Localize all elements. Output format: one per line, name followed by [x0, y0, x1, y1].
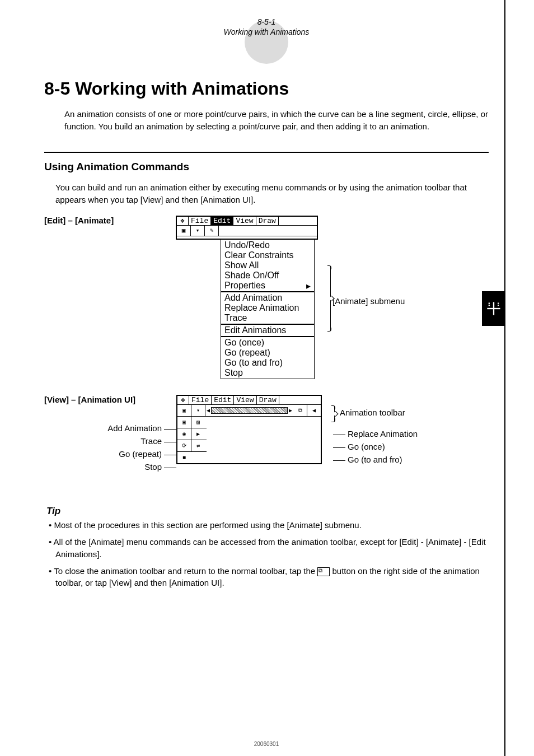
callout-go-repeat: Go (repeat) — [119, 449, 162, 459]
fig2-screenshot: ❖ File Edit View Draw ▣ ▾ ◀▶ ⧉ — [176, 395, 322, 464]
go-repeat-icon[interactable]: ⟳ — [177, 440, 191, 451]
replace-animation-icon[interactable]: ▨ — [191, 417, 205, 428]
callout-stop: Stop — [144, 462, 162, 472]
menu-draw-2[interactable]: Draw — [257, 396, 279, 404]
tip-item-3: To close the animation toolbar and retur… — [48, 565, 489, 590]
calc-logo-icon-2: ❖ — [177, 396, 189, 404]
menu-stop[interactable]: Stop — [223, 368, 312, 378]
tip-item-2: All of the [Animate] menu commands can b… — [48, 536, 489, 561]
fig1-callout-col: [Animate] submenu — [327, 216, 458, 306]
menu-show-all[interactable]: Show All — [223, 260, 312, 270]
arrow-tool-icon[interactable]: ▣ — [177, 226, 191, 236]
trace-icon[interactable]: ◉ — [177, 428, 191, 440]
menu-view-2[interactable]: View — [234, 396, 256, 404]
menu-group-c: Go (once) Go (repeat) Go (to and fro) St… — [221, 337, 315, 379]
menu-group-b: Edit Animations — [221, 324, 315, 337]
tip-list: Most of the procedures in this section a… — [48, 519, 489, 589]
dropdown-tool-icon[interactable]: ▾ — [191, 226, 205, 236]
menu-file-2[interactable]: File — [189, 396, 212, 404]
menu-replace-animation[interactable]: Replace Animation — [223, 303, 312, 313]
menu-edit-2[interactable]: Edit — [212, 396, 234, 404]
anim-toolbar-left-icon[interactable]: ◀ — [307, 405, 321, 416]
section-divider — [44, 152, 489, 153]
header-page-num: 8-5-1 — [29, 17, 504, 27]
page-header: 8-5-1 Working with Animations — [29, 17, 504, 39]
menu-go-once[interactable]: Go (once) — [223, 338, 312, 348]
tip-item-1: Most of the procedures in this section a… — [48, 519, 489, 531]
fig1-screenshot: ❖ File Edit View Draw ▣ ▾ ✎ — [176, 216, 321, 379]
figure-edit-animate: [Edit] – [Animate] ❖ File Edit View Draw… — [44, 216, 489, 379]
footer-date: 20060301 — [29, 741, 504, 747]
figure-animation-ui: [View] – [Animation UI] ❖ File Edit View… — [44, 395, 489, 490]
anim-toolbar-scroll[interactable]: ◀▶ — [205, 405, 293, 416]
section-paragraph: You can build and run an animation eithe… — [55, 181, 489, 206]
section-heading: Using Animation Commands — [44, 161, 489, 173]
menu-view[interactable]: View — [233, 217, 256, 225]
anim-toolbar-dropdown-icon[interactable]: ▾ — [191, 405, 205, 416]
header-subtitle: Working with Animations — [29, 27, 504, 37]
tip-heading: Tip — [46, 506, 489, 517]
menu-go-repeat[interactable]: Go (repeat) — [223, 348, 312, 358]
calc-logo-icon: ❖ — [177, 217, 189, 225]
stop-icon[interactable]: ■ — [177, 452, 191, 463]
menu-group-a: Add Animation Replace Animation Trace — [221, 292, 315, 324]
callout-go-tofro: Go (to and fro) — [348, 455, 402, 464]
callout-replace-animation: Replace Animation — [348, 429, 418, 438]
go-tofro-icon[interactable]: ⇄ — [191, 440, 205, 451]
animation-toolbar: ▣ ▾ ◀▶ ⧉ ◀ — [177, 405, 321, 417]
fig1-left-label: [Edit] – [Animate] — [44, 216, 170, 225]
chapter-thumb-tab — [482, 291, 505, 326]
menu-undo-redo[interactable]: Undo/Redo — [223, 240, 312, 250]
fig2-left-label: [View] – [Animation UI] — [44, 395, 173, 404]
callout-add-animation: Add Animation — [107, 423, 162, 433]
go-once-icon[interactable]: ▶ — [191, 428, 205, 440]
animate-submenu-callout: [Animate] submenu — [332, 270, 458, 306]
menu-edit-animations[interactable]: Edit Animations — [223, 325, 312, 335]
callout-animation-toolbar: Animation toolbar — [336, 408, 405, 417]
tip3-pre: To close the animation toolbar and retur… — [54, 566, 317, 576]
menu-go-tofro[interactable]: Go (to and fro) — [223, 358, 312, 368]
callout-go-once: Go (once) — [348, 442, 385, 451]
menu-trace[interactable]: Trace — [223, 313, 312, 323]
menu-group-top: Undo/Redo Clear Constraints Show All Sha… — [221, 239, 315, 292]
chapter-thumb-icon — [486, 301, 502, 316]
menu-clear-constraints[interactable]: Clear Constraints — [223, 250, 312, 260]
menu-add-animation[interactable]: Add Animation — [223, 293, 312, 303]
page-title: 8-5 Working with Animations — [44, 78, 489, 99]
close-toolbar-inline-icon: ⧉ — [317, 567, 330, 576]
calc-toolbar: ▣ ▾ ✎ — [177, 226, 317, 236]
menu-draw[interactable]: Draw — [256, 217, 279, 225]
add-animation-icon[interactable]: ▣ — [177, 417, 191, 428]
menu-file[interactable]: File — [189, 217, 211, 225]
calc-menubar: ❖ File Edit View Draw — [177, 217, 317, 226]
anim-toolbar-close-icon[interactable]: ⧉ — [293, 405, 307, 416]
callout-trace: Trace — [140, 436, 162, 446]
menu-properties[interactable]: Properties — [223, 281, 312, 291]
pencil-tool-icon[interactable]: ✎ — [205, 226, 219, 236]
anim-toolbar-icon-a[interactable]: ▣ — [177, 405, 191, 416]
fig2-left-callouts: Add Animation Trace Go (repeat) Stop — [78, 422, 179, 473]
fig2-right-callouts: Animation toolbar Replace Animation Go (… — [331, 406, 476, 466]
menu-shade-onoff[interactable]: Shade On/Off — [223, 270, 312, 281]
menu-edit[interactable]: Edit — [211, 217, 233, 225]
intro-paragraph: An animation consists of one or more poi… — [64, 108, 489, 133]
calc-menubar-2: ❖ File Edit View Draw — [177, 396, 321, 405]
